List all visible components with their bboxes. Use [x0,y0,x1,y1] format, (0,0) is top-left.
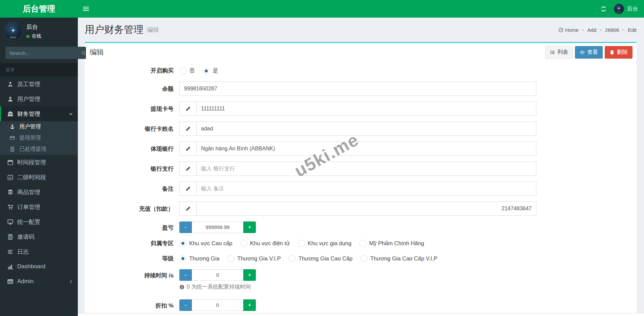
table-icon [7,279,14,285]
page-subtitle: 编辑 [147,26,159,34]
sidebar-item-admin[interactable]: Admin [0,274,78,289]
radio-zone-0[interactable]: Khu vực Cao cấp [179,240,232,247]
radio-level-2[interactable]: Thương Gia Cao Cấp [289,255,352,262]
trash-icon [609,50,615,55]
pencil-icon [179,122,196,136]
bank-input[interactable] [196,142,536,156]
list-icon [550,50,555,55]
sidebar-item-order-management[interactable]: 订单管理 [0,199,78,214]
search-icon [81,50,86,56]
online-status[interactable]: 在线 [26,33,41,39]
radio-level-0[interactable]: Thương Gia [179,255,220,262]
delete-button[interactable]: 删除 [605,46,632,59]
calculator-icon [7,234,14,240]
breadcrumb-id[interactable]: 26806 [605,27,619,33]
search-input[interactable] [5,47,81,59]
field-profit: 盈亏 - + [90,222,631,233]
branch-input[interactable] [196,162,536,176]
field-purchase-toggle: 开启购买 否 是 [90,66,631,76]
discount-stepper: - + [179,299,256,311]
page-title: 用户财务管理 [85,23,143,37]
field-bank: 体现银行 [90,142,631,156]
remark-input[interactable] [196,182,536,196]
search-button[interactable] [81,47,86,59]
sidebar-item-dashboard[interactable]: Dashboard [0,259,78,274]
pencil-icon [179,182,196,196]
sidebar-subitem-processed-withdrawals[interactable]: 已处理提现 [0,144,78,155]
radio-purchase-no[interactable]: 否 [179,67,195,75]
pencil-icon [179,202,196,216]
navbar-username: 后台 [627,5,638,13]
top-navbar: ✦ 2022 后台 [78,0,644,18]
minus-button[interactable]: - [179,299,192,311]
user-menu[interactable]: ✦ 2022 后台 [611,0,644,18]
edit-panel: 编辑 列表 查看 删除 [85,42,637,316]
main-content: 用户财务管理 编辑 Home > Add > 26806 > Edit 编辑 [78,18,644,316]
field-card-number: 提现卡号 [90,102,631,116]
sidebar-subitem-withdraw-management[interactable]: 提现管理 [0,132,78,144]
field-duration: 持续时间 /s - + 0 为统一系统配置持续时间 [90,269,631,291]
info-icon [179,285,184,290]
pencil-icon [179,162,196,176]
plus-button[interactable]: + [243,222,256,233]
balance-input[interactable] [179,82,536,96]
field-recharge: 充值（扣款） [90,202,631,216]
radio-purchase-yes[interactable]: 是 [203,67,218,75]
field-zone: 归属专区 Khu vực Cao cấp Khu vực điện tử Khu… [90,239,631,248]
sidebar-item-staff-management[interactable]: 员工管理 [0,77,78,91]
radio-level-3[interactable]: Thương Gia Cao Cấp V.I.P [360,255,437,262]
sidebar: ✦ 2022 后台 在线 菜单 员工管理 [0,18,78,316]
brand-logo[interactable]: 后台管理 [0,0,78,18]
bar-chart-icon [7,264,14,270]
sidebar-toggle-button[interactable] [78,0,94,18]
chevron-down-icon [69,112,73,116]
plus-button[interactable]: + [243,269,256,281]
radio-zone-2[interactable]: Khu vực gia dụng [298,240,351,247]
profit-stepper: - + [179,222,256,233]
avatar: ✦ 2022 [4,22,22,40]
refresh-button[interactable] [596,0,611,18]
radio-zone-1[interactable]: Khu vực điện tử [240,240,290,247]
sidebar-item-finance-management[interactable]: 财务管理 [0,106,78,121]
breadcrumb: Home > Add > 26806 > Edit [558,27,637,33]
page-bottom-strip [78,313,644,316]
radio-icon [289,255,296,262]
panel-title: 编辑 [90,48,104,56]
sidebar-menu: 员工管理 用户管理 财务管理 用户管理 [0,77,78,289]
minus-button[interactable]: - [179,269,192,281]
view-button[interactable]: 查看 [575,46,603,59]
user-tie-icon [7,81,14,87]
avatar: ✦ 2022 [614,4,624,14]
pencil-icon [179,102,196,116]
refresh-icon [600,6,607,12]
sidebar-item-logs[interactable]: 日志 [0,244,78,259]
sidebar-item-product-management[interactable]: 商品管理 [0,185,78,199]
eye-icon [580,50,585,55]
breadcrumb-home[interactable]: Home [558,27,579,33]
radio-level-1[interactable]: Thương Gia V.I.P [227,255,281,262]
recharge-input[interactable] [196,202,536,216]
minus-button[interactable]: - [179,222,192,233]
duration-hint: 0 为统一系统配置持续时间 [179,283,536,291]
radio-zone-3[interactable]: Mỹ Phẩm Chính Hãng [359,240,424,247]
sidebar-user-panel: ✦ 2022 后台 在线 [0,18,78,45]
discount-input[interactable] [192,299,243,311]
card-name-input[interactable] [196,122,536,136]
list-button[interactable]: 列表 [545,46,573,59]
calculator-icon [9,147,16,152]
duration-input[interactable] [192,269,243,281]
anchor-icon [9,124,16,129]
shopping-cart-icon [7,204,14,210]
sidebar-subitem-user-finance[interactable]: 用户管理 [0,121,78,132]
hamburger-icon [83,7,89,7]
sidebar-item-invite-code[interactable]: 邀请码 [0,229,78,244]
sidebar-item-user-management[interactable]: 用户管理 [0,91,78,106]
sidebar-item-secondary-time-period[interactable]: 二级时间段 [0,170,78,185]
sidebar-item-unified-config[interactable]: 统一配置 [0,214,78,229]
radio-icon [179,67,186,75]
plus-button[interactable]: + [243,299,256,311]
card-number-input[interactable] [196,102,536,116]
sidebar-item-time-period[interactable]: 时间段管理 [0,155,78,170]
profit-input[interactable] [192,222,243,233]
breadcrumb-add[interactable]: Add [587,27,597,33]
